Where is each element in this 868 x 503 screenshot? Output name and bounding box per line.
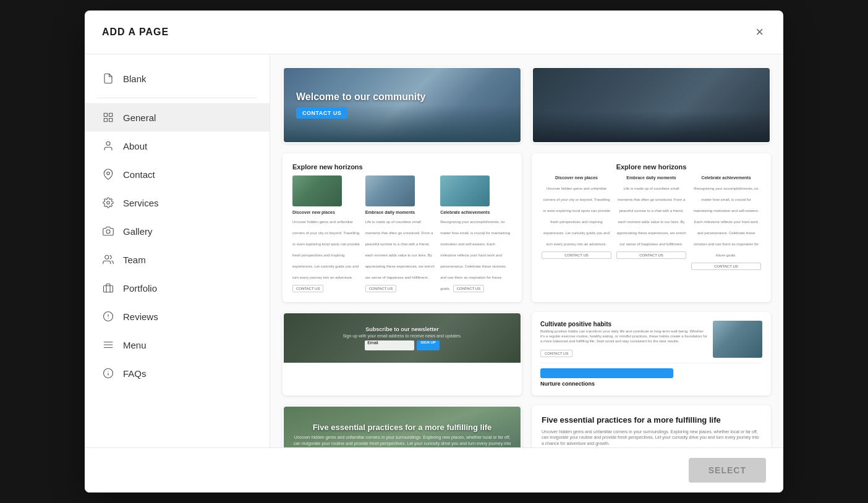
add-page-modal: ADD A PAGE × Blank [85, 11, 783, 492]
sidebar-item-about-label: About [123, 141, 147, 151]
templates-content: Welcome to our community CONTACT US [270, 54, 783, 447]
blog-body-right: Uncover hidden gems and unfamiliar corne… [542, 429, 761, 447]
sidebar-item-services-label: Services [123, 198, 159, 208]
hero-cta-left: CONTACT US [296, 108, 347, 119]
svg-rect-1 [109, 113, 113, 116]
explore-preview-right: Explore new horizons Discover new places… [533, 154, 770, 279]
template-explore-right[interactable]: Explore new horizons Discover new places… [532, 153, 771, 302]
sidebar-item-reviews-label: Reviews [123, 311, 158, 322]
newsletter-preview: Subscribe to our newsletter Sign up with… [284, 313, 521, 363]
explore-subtitle-2: Embrace daily moments [365, 210, 436, 214]
template-cultivate[interactable]: Cultivate positive habits Building posit… [532, 312, 771, 395]
svg-point-6 [107, 201, 110, 205]
sidebar-item-portfolio-label: Portfolio [123, 283, 157, 294]
blog-title-right: Five essential practices for a more fulf… [542, 415, 761, 425]
explore-col-btn-1: CONTACT US [542, 252, 611, 259]
template-blog-right[interactable]: Five essential practices for a more fulf… [532, 405, 771, 447]
camera-icon [102, 225, 114, 237]
svg-point-5 [107, 172, 110, 175]
explore-col-btn-3: CONTACT US [691, 263, 761, 270]
explore-body-1: Uncover hidden gems and unfamiliar corne… [292, 220, 360, 279]
sidebar-item-faqs[interactable]: FAQs [85, 359, 270, 387]
cultivate-preview: Cultivate positive habits Building posit… [533, 313, 770, 394]
newsletter-subtitle: Sign up with your email address to recei… [343, 334, 461, 338]
template-explore-left[interactable]: Explore new horizons Discover new places… [283, 153, 522, 302]
info-icon [102, 367, 114, 379]
sidebar-item-about[interactable]: About [85, 132, 270, 160]
explore-cta-2: CONTACT US [365, 285, 396, 292]
explore-preview-left: Explore new horizons Discover new places… [284, 154, 521, 301]
cultivate-text: Cultivate positive habits Building posit… [540, 321, 708, 357]
explore-col-body-3: Recognizing your accomplishments, no mat… [694, 187, 759, 257]
explore-col-title-3: Celebrate achievements [691, 175, 761, 180]
pin-icon [102, 168, 114, 180]
explore-img-2 [365, 175, 415, 206]
nurture-section: Nurture connections [540, 363, 762, 387]
sidebar: Blank General About [85, 54, 270, 447]
explore-img-1 [292, 175, 342, 206]
blog-title-left: Five essential practices for a more fulf… [292, 423, 512, 433]
explore-card-text-3: Celebrate achievements Recognizing your … [440, 210, 512, 292]
sidebar-item-portfolio[interactable]: Portfolio [85, 274, 270, 302]
sidebar-item-team-label: Team [123, 255, 146, 265]
nurture-bar [540, 368, 673, 378]
file-icon [102, 72, 114, 85]
sidebar-divider [97, 98, 257, 98]
explore-card-text-1: Discover new places Uncover hidden gems … [292, 210, 362, 292]
sidebar-item-services[interactable]: Services [85, 188, 270, 217]
template-hero-left[interactable]: Welcome to our community CONTACT US [283, 67, 522, 143]
sidebar-item-faqs-label: FAQs [123, 368, 147, 379]
sidebar-item-menu[interactable]: Menu [85, 331, 270, 359]
svg-rect-9 [104, 285, 113, 292]
explore-cards: Discover new places Uncover hidden gems … [292, 175, 512, 292]
explore-cta-3: CONTACT US [453, 285, 484, 292]
explore-card-text-2: Embrace daily moments Life is made up of… [365, 210, 436, 292]
explore-col-3: Celebrate achievements Recognizing your … [691, 175, 761, 270]
close-button[interactable]: × [753, 23, 766, 41]
modal-header: ADD A PAGE × [85, 11, 783, 54]
explore-subtitle-3: Celebrate achievements [440, 210, 512, 214]
modal-title: ADD A PAGE [102, 27, 169, 38]
sidebar-item-contact[interactable]: Contact [85, 160, 270, 188]
menu-icon [102, 339, 114, 351]
explore-cta-1: CONTACT US [292, 285, 323, 292]
template-newsletter[interactable]: Subscribe to our newsletter Sign up with… [283, 312, 522, 395]
template-blog-left[interactable]: Five essential practices for a more fulf… [283, 405, 522, 447]
explore-col-btn-2: CONTACT US [616, 252, 686, 259]
sidebar-item-blank[interactable]: Blank [85, 64, 270, 93]
grid-icon [102, 111, 114, 124]
team-icon [102, 253, 114, 266]
explore-col-body-1: Uncover hidden gems and unfamiliar corne… [543, 187, 610, 246]
explore-img-3 [440, 175, 490, 206]
modal-body: Blank General About [85, 54, 783, 447]
explore-col-title-2: Embrace daily moments [616, 175, 686, 180]
template-hero-right[interactable] [532, 67, 771, 143]
sidebar-item-gallery[interactable]: Gallery [85, 217, 270, 245]
newsletter-email-input: Email [365, 340, 414, 350]
blog-body-left: Uncover hidden gems and unfamiliar corne… [292, 434, 512, 447]
explore-body-3: Recognizing your accomplishments, no mat… [440, 220, 510, 290]
explore-title-left: Explore new horizons [292, 163, 512, 171]
svg-rect-3 [104, 119, 107, 122]
select-button[interactable]: SELECT [689, 458, 766, 483]
hero-preview-left: Welcome to our community CONTACT US [284, 68, 521, 142]
sidebar-item-gallery-label: Gallery [123, 226, 153, 237]
svg-point-4 [106, 142, 110, 145]
explore-right-title: Explore new horizons [542, 163, 761, 171]
explore-card-1: Discover new places Uncover hidden gems … [292, 175, 362, 292]
svg-rect-2 [109, 119, 113, 122]
hero-mountain-decoration-right [533, 111, 770, 142]
cultivate-cta: CONTACT US [540, 350, 572, 357]
sidebar-item-general[interactable]: General [85, 103, 270, 132]
sidebar-item-general-label: General [123, 112, 156, 123]
sidebar-item-team[interactable]: Team [85, 245, 270, 274]
sidebar-item-reviews[interactable]: Reviews [85, 302, 270, 331]
explore-columns: Discover new places Uncover hidden gems … [542, 175, 761, 270]
sidebar-item-contact-label: Contact [123, 169, 155, 180]
explore-subtitle-1: Discover new places [292, 210, 362, 214]
nurture-title: Nurture connections [540, 381, 762, 387]
explore-col-body-2: Life is made up of countless small momen… [616, 187, 686, 246]
svg-point-7 [106, 230, 110, 234]
explore-card-2: Embrace daily moments Life is made up of… [365, 175, 436, 292]
gear-icon [102, 197, 114, 209]
